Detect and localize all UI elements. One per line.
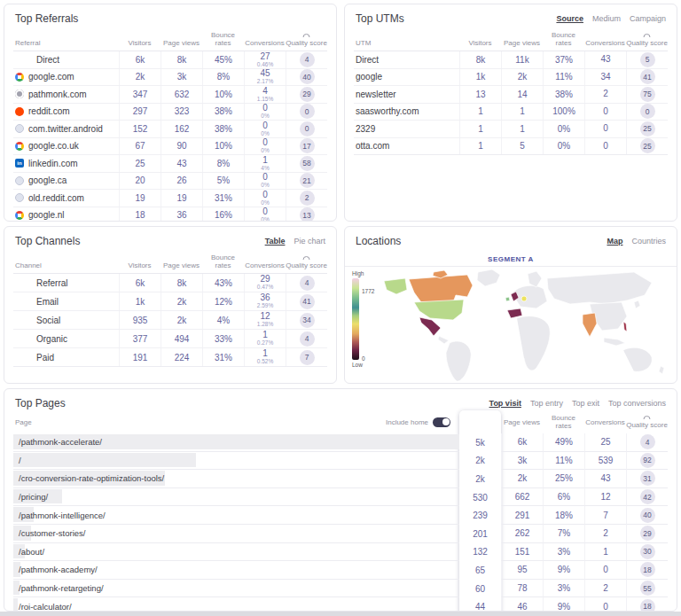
country-greenland[interactable] <box>477 269 500 286</box>
table-row[interactable]: Organic37749433%10.27%4 <box>13 330 327 348</box>
column-header-page_views[interactable]: Page views <box>160 39 202 47</box>
region-scandinavia[interactable] <box>528 271 542 287</box>
tab-source[interactable]: Source <box>556 14 583 23</box>
cell-bounce: 3% <box>543 580 584 598</box>
table-row[interactable]: com.twitter.android15216238%00%0 <box>13 121 327 138</box>
row-label-cell: newsletter <box>354 90 459 99</box>
country-ireland[interactable] <box>505 297 510 301</box>
table-row[interactable]: Referral6k8k43%290.47%4 <box>13 274 327 292</box>
country-mexico[interactable] <box>419 317 441 336</box>
country-australia[interactable] <box>623 347 652 371</box>
region-central-america[interactable] <box>438 336 449 344</box>
pages-column-quality[interactable]: Quality score <box>626 415 668 429</box>
table-row[interactable]: Social9352k4%121.28%34 <box>13 311 327 330</box>
table-row[interactable]: google.co.uk679010%00%17 <box>13 138 327 156</box>
table-row[interactable]: google.ca20265%00%21 <box>13 173 327 191</box>
country-india[interactable] <box>583 313 597 337</box>
row-label-cell: google <box>354 72 459 82</box>
table-row[interactable]: saasworthy.com11100%00 <box>354 104 668 121</box>
table-row[interactable]: /cro-conversion-rate-optimization-tools/… <box>13 470 668 488</box>
table-row[interactable]: /pathmonk-accelerate/5k6k49%254 <box>13 433 668 452</box>
region-russia[interactable] <box>547 272 652 304</box>
conversions-value: 1 <box>262 349 268 358</box>
world-map-svg[interactable] <box>372 267 673 381</box>
column-header-page_views[interactable]: Page views <box>160 261 202 269</box>
conversions-percent: 0% <box>261 113 269 120</box>
column-header-bounce[interactable]: Bounce rates <box>202 253 244 269</box>
tab-table[interactable]: Table <box>265 237 286 246</box>
table-row[interactable]: /pricing/5306626%1242 <box>13 488 668 507</box>
column-header-quality[interactable]: Quality score <box>626 33 668 47</box>
cell-bounce: 0% <box>543 121 584 137</box>
table-row[interactable]: /pathmonk-academy/65959%018 <box>13 561 668 580</box>
pages-column-page-views[interactable]: Page views <box>501 418 543 426</box>
column-header-label[interactable]: Referral <box>13 39 119 47</box>
table-row[interactable]: Email1k2k12%362.59%41 <box>13 292 327 311</box>
table-row[interactable]: newsletter131438%275 <box>354 86 668 104</box>
column-header-label[interactable]: Channel <box>13 261 119 269</box>
country-netherlands[interactable] <box>521 296 527 301</box>
table-row[interactable]: inlinkedin.com25438%14%58 <box>13 155 327 173</box>
table-row[interactable]: Paid19122431%10.52%7 <box>13 348 327 367</box>
row-label: google.nl <box>28 210 65 220</box>
tab-pie-chart[interactable]: Pie chart <box>294 237 325 246</box>
table-row[interactable]: reddit.com29732338%00%0 <box>13 104 327 121</box>
conversions-value: 29 <box>260 275 270 284</box>
column-header-conversions[interactable]: Conversions <box>244 261 286 269</box>
country-philippines[interactable] <box>623 322 627 331</box>
tab-campaign[interactable]: Campaign <box>630 14 666 23</box>
table-row[interactable]: Direct6k8k45%270.46%4 <box>13 51 327 69</box>
table-row[interactable]: /roi-calculator/44469%018 <box>13 597 668 612</box>
pages-column-bounce[interactable]: Bounce rates <box>543 414 584 430</box>
region-indonesia[interactable] <box>604 338 625 346</box>
cell-visitors: 13 <box>459 86 501 103</box>
tab-top-exit[interactable]: Top exit <box>572 399 599 408</box>
column-header-bounce[interactable]: Bounce rates <box>202 31 244 47</box>
include-home-toggle[interactable] <box>433 417 450 427</box>
column-header-quality[interactable]: Quality score <box>286 255 327 269</box>
column-header-visitors[interactable]: Visitors <box>119 261 160 269</box>
column-header-bounce[interactable]: Bounce rates <box>543 31 584 47</box>
table-row[interactable]: otta.com150%025 <box>354 138 668 156</box>
row-label: Direct <box>356 55 379 65</box>
quality-score-badge: 4 <box>300 276 315 291</box>
table-row[interactable]: 2329110%025 <box>354 121 668 138</box>
country-usa[interactable] <box>414 300 464 320</box>
column-header-conversions[interactable]: Conversions <box>244 39 286 47</box>
table-row[interactable]: Direct8k11k37%435 <box>354 51 668 69</box>
table-row[interactable]: google.com2k3k8%452.17%40 <box>13 69 327 87</box>
column-header-label[interactable]: UTM <box>354 39 459 47</box>
pages-column-conversions[interactable]: Conversions <box>584 418 626 426</box>
column-header-visitors[interactable]: Visitors <box>119 39 160 47</box>
country-canada[interactable] <box>409 275 473 302</box>
table-row[interactable]: /pathmonk-retargeting/60783%255 <box>13 580 668 598</box>
table-row[interactable]: google1k2k11%3441 <box>354 69 668 87</box>
column-header-visitors[interactable]: Visitors <box>459 39 501 47</box>
tab-map[interactable]: Map <box>607 237 622 246</box>
tab-top-visit[interactable]: Top visit <box>489 399 521 408</box>
tab-medium[interactable]: Medium <box>592 14 621 23</box>
column-header-quality[interactable]: Quality score <box>286 33 327 47</box>
conversions-value: 0 <box>262 207 268 216</box>
country-new-zealand[interactable] <box>659 366 664 374</box>
region-south-america[interactable] <box>446 341 471 381</box>
table-row[interactable]: google.nl183616%00%13 <box>13 207 327 222</box>
cell-conversions: 0 <box>584 597 626 612</box>
tab-countries[interactable]: Countries <box>631 237 666 246</box>
conversions-percent: 0% <box>261 148 269 154</box>
tab-top-conversions[interactable]: Top conversions <box>608 399 666 408</box>
column-header-page_views[interactable]: Page views <box>501 39 543 47</box>
country-japan[interactable] <box>634 300 640 308</box>
cell-conversions: 2 <box>584 525 626 543</box>
table-row[interactable]: pathmonk.com34763210%41.15%29 <box>13 86 327 104</box>
table-row[interactable]: old.reddit.com191931%00%2 <box>13 190 327 207</box>
table-row[interactable]: /2k3k11%53992 <box>13 452 668 471</box>
panel-top-pages: Top Pages Top visitTop entryTop exitTop … <box>4 388 677 612</box>
country-spain[interactable] <box>507 308 522 318</box>
column-header-conversions[interactable]: Conversions <box>584 39 626 47</box>
table-row[interactable]: /about/1321513%130 <box>13 543 668 562</box>
region-africa[interactable] <box>517 316 550 370</box>
table-row[interactable]: /customer-stories/2012627%229 <box>13 525 668 543</box>
tab-top-entry[interactable]: Top entry <box>530 399 563 408</box>
table-row[interactable]: /pathmonk-intelligence/23929118%740 <box>13 506 668 525</box>
